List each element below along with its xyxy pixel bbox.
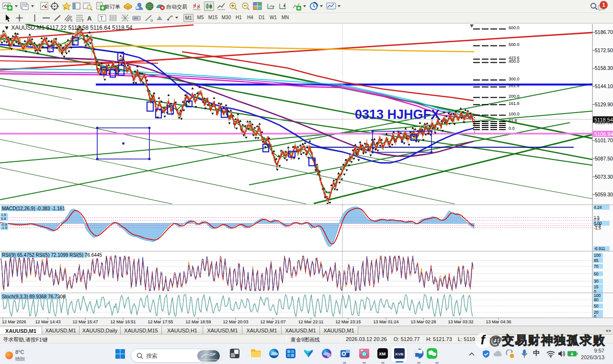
svg-text:5118.54: 5118.54 bbox=[594, 117, 613, 123]
svg-text:G: G bbox=[150, 19, 153, 22]
svg-text:15: 15 bbox=[594, 284, 599, 289]
svg-text:0313 HJHGFX: 0313 HJHGFX bbox=[355, 107, 440, 122]
svg-text:12 Mar 18:59: 12 Mar 18:59 bbox=[185, 319, 211, 324]
svg-text:13 Mar 04:36: 13 Mar 04:36 bbox=[486, 319, 511, 324]
svg-text:AI: AI bbox=[327, 355, 330, 358]
svg-text:261.8: 261.8 bbox=[509, 83, 520, 88]
svg-text:200.0: 200.0 bbox=[509, 94, 520, 99]
svg-text:50: 50 bbox=[594, 304, 599, 308]
svg-text:5158.30: 5158.30 bbox=[595, 65, 613, 71]
svg-text:A: A bbox=[87, 15, 92, 22]
svg-text:XM: XM bbox=[379, 351, 386, 356]
svg-text:5172.50: 5172.50 bbox=[595, 47, 613, 53]
svg-text:13 Mar 01:24: 13 Mar 01:24 bbox=[373, 319, 398, 324]
svg-text:12 Mar 22:11: 12 Mar 22:11 bbox=[298, 319, 323, 324]
svg-text:12 Mar 16:51: 12 Mar 16:51 bbox=[110, 319, 136, 324]
svg-text:100.0: 100.0 bbox=[509, 112, 520, 116]
svg-text:12 Mar 23:15: 12 Mar 23:15 bbox=[335, 319, 361, 324]
svg-text:5087.50: 5087.50 bbox=[595, 156, 613, 161]
svg-text:12 Mar 14:43: 12 Mar 14:43 bbox=[35, 319, 60, 324]
svg-text:T: T bbox=[100, 16, 103, 21]
svg-text:▼ XAUUSD,M1 5117.22 5119.58 5: ▼ XAUUSD,M1 5117.22 5119.58 5116.64 5118… bbox=[4, 24, 133, 31]
svg-text:100: 100 bbox=[594, 253, 601, 258]
svg-text:400.0: 400.0 bbox=[509, 59, 520, 64]
svg-text:E: E bbox=[70, 19, 73, 22]
svg-text:50: 50 bbox=[594, 272, 599, 276]
svg-text:0.0: 0.0 bbox=[509, 126, 515, 131]
svg-text:85: 85 bbox=[594, 258, 599, 263]
svg-text:161.8: 161.8 bbox=[509, 101, 520, 106]
svg-text:-1.5: -1.5 bbox=[1, 226, 7, 230]
svg-text:4.24: 4.24 bbox=[594, 205, 602, 210]
svg-text:Stoch(9,3,3) 89.9368 76.7306: Stoch(9,3,3) 89.9368 76.7306 bbox=[2, 294, 66, 299]
svg-text:61.8: 61.8 bbox=[509, 118, 517, 123]
svg-text:5144.10: 5144.10 bbox=[595, 83, 613, 89]
svg-text:13 Mar 02:28: 13 Mar 02:28 bbox=[410, 319, 436, 324]
svg-text:500.0: 500.0 bbox=[509, 42, 520, 47]
svg-text:30: 30 bbox=[594, 279, 599, 284]
svg-text:5106.94: 5106.94 bbox=[594, 131, 613, 137]
svg-text:5059.30: 5059.30 bbox=[595, 192, 613, 197]
svg-text:-1.5: -1.5 bbox=[594, 226, 601, 230]
svg-text:MACD(12,26,9) -0.383 -1.161: MACD(12,26,9) -0.383 -1.161 bbox=[2, 206, 65, 211]
svg-text:12 Mar 15:47: 12 Mar 15:47 bbox=[72, 319, 98, 324]
svg-text:70: 70 bbox=[594, 264, 599, 269]
svg-text:12 Mar 21:07: 12 Mar 21:07 bbox=[260, 319, 285, 324]
svg-text:5186.70: 5186.70 bbox=[595, 29, 613, 35]
svg-text:F: F bbox=[82, 19, 84, 22]
svg-text:12 Mar 20:03: 12 Mar 20:03 bbox=[223, 319, 248, 324]
svg-text:12 Mar 2026: 12 Mar 2026 bbox=[2, 319, 26, 324]
svg-text:-6.911: -6.911 bbox=[594, 246, 605, 251]
svg-text:5101.70: 5101.70 bbox=[595, 137, 613, 143]
svg-text:0.8: 0.8 bbox=[1, 216, 6, 221]
svg-text:600.0: 600.0 bbox=[509, 25, 520, 30]
svg-text:12 Mar 17:55: 12 Mar 17:55 bbox=[148, 319, 173, 324]
svg-text:5129.90: 5129.90 bbox=[595, 102, 613, 107]
svg-text:80: 80 bbox=[594, 297, 599, 302]
svg-text:13 Mar 03:32: 13 Mar 03:32 bbox=[448, 319, 473, 324]
svg-text:www: www bbox=[210, 352, 215, 355]
svg-text:300.0: 300.0 bbox=[509, 77, 520, 81]
svg-text:KVB: KVB bbox=[396, 352, 404, 356]
svg-text:RSI(9) 65.4752 RSI(5) 72.1099: RSI(9) 65.4752 RSI(5) 72.1099 RSI(5) 76.… bbox=[2, 252, 102, 258]
svg-text:5073.30: 5073.30 bbox=[595, 174, 613, 180]
